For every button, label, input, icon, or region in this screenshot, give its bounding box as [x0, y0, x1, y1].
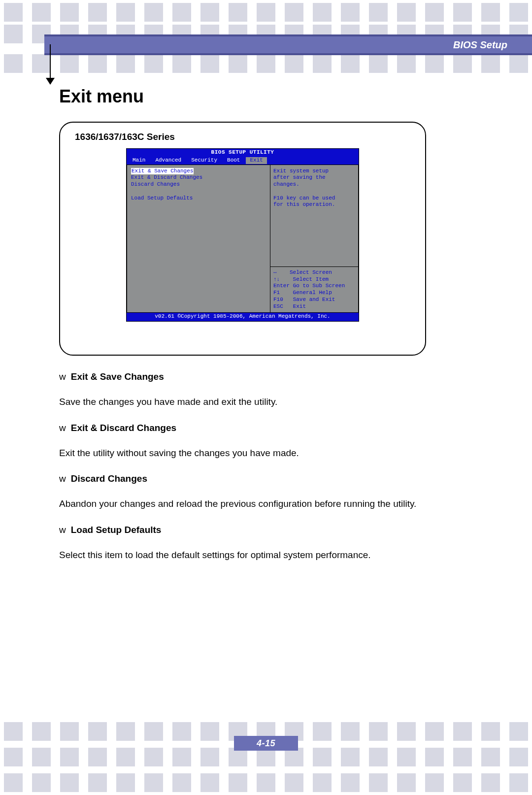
- bios-help-line: changes.: [273, 181, 355, 188]
- bios-tab-advanced[interactable]: Advanced: [151, 157, 185, 164]
- bios-utility-title: BIOS SETUP UTILITY: [127, 149, 359, 157]
- bullet-icon: w: [59, 371, 66, 382]
- bios-tab-main[interactable]: Main: [129, 157, 149, 164]
- bios-tab-security[interactable]: Security: [187, 157, 221, 164]
- page-number-badge: 4-15: [234, 736, 298, 751]
- bios-help-line: for this operation.: [273, 201, 355, 208]
- bullet-icon: w: [59, 525, 66, 535]
- bios-key-hint: ↑↓ Select Item: [273, 276, 355, 283]
- page-number: 4-15: [257, 738, 275, 749]
- bios-key-hint: F1 General Help: [273, 290, 355, 297]
- bios-key-hint: Enter Go to Sub Screen: [273, 283, 355, 290]
- description-title: Load Setup Defaults: [71, 525, 162, 535]
- description-body: Save the changes you have made and exit …: [59, 391, 426, 413]
- bios-screenshot: BIOS SETUP UTILITY Main Advanced Securit…: [126, 148, 359, 322]
- bios-help-pane: Exit system setup after saving the chang…: [270, 165, 359, 313]
- page-title: Exit menu: [59, 86, 488, 107]
- bios-key-hint: F10 Save and Exit: [273, 297, 355, 303]
- section-header: BIOS Setup: [44, 34, 532, 55]
- description-item: w Discard Changes Abandon your changes a…: [59, 473, 426, 515]
- bios-option[interactable]: Exit & Save Changes: [131, 168, 194, 175]
- bios-option[interactable]: Exit & Discard Changes: [131, 174, 266, 181]
- description-body: Exit the utility without saving the chan…: [59, 442, 426, 464]
- bios-help-line: [273, 188, 355, 195]
- screenshot-frame: 1636/1637/163C Series BIOS SETUP UTILITY…: [59, 122, 426, 356]
- bios-help-line: Exit system setup: [273, 168, 355, 175]
- bios-key-hints: ↔ Select Screen ↑↓ Select Item Enter Go …: [270, 266, 358, 313]
- bios-option[interactable]: Discard Changes: [131, 181, 266, 188]
- description-title: Exit & Discard Changes: [71, 423, 176, 433]
- description-body: Select this item to load the default set…: [59, 544, 426, 566]
- bios-option[interactable]: Load Setup Defaults: [131, 195, 266, 202]
- frame-title: 1636/1637/163C Series: [75, 132, 410, 142]
- bios-option-spacer: [131, 188, 266, 195]
- description-item: w Exit & Discard Changes Exit the utilit…: [59, 423, 426, 464]
- bios-help-line: F10 key can be used: [273, 195, 355, 202]
- bios-options-pane: Exit & Save Changes Exit & Discard Chang…: [127, 165, 270, 313]
- bios-tab-exit[interactable]: Exit: [246, 157, 266, 164]
- connector-line: [50, 44, 51, 80]
- bios-key-hint: ↔ Select Screen: [273, 269, 355, 276]
- description-item: w Load Setup Defaults Select this item t…: [59, 525, 426, 566]
- bios-help-line: after saving the: [273, 174, 355, 181]
- section-header-title: BIOS Setup: [453, 39, 507, 51]
- bios-tab-boot[interactable]: Boot: [223, 157, 244, 164]
- description-title: Discard Changes: [71, 473, 147, 484]
- bios-footer: v02.61 ©Copyright 1985-2006, American Me…: [127, 313, 359, 321]
- bios-key-hint: ESC Exit: [273, 303, 355, 310]
- arrow-down-icon: [46, 78, 55, 85]
- bios-menubar: Main Advanced Security Boot Exit: [127, 157, 359, 165]
- description-body: Abandon your changes and reload the prev…: [59, 493, 426, 515]
- description-title: Exit & Save Changes: [71, 371, 164, 382]
- description-item: w Exit & Save Changes Save the changes y…: [59, 371, 426, 413]
- bullet-icon: w: [59, 473, 66, 484]
- bullet-icon: w: [59, 423, 66, 433]
